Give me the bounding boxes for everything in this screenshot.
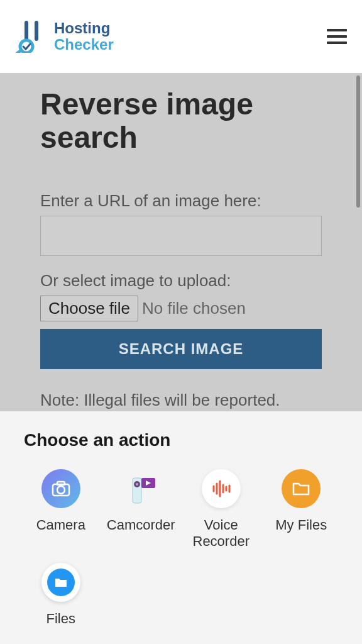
action-label: Voice Recorder <box>184 517 258 550</box>
logo-text-top: Hosting <box>54 20 114 36</box>
logo-text: Hosting Checker <box>54 20 114 53</box>
voice-recorder-icon <box>202 469 241 508</box>
action-item-files[interactable]: Files <box>24 563 98 627</box>
camcorder-icon <box>121 469 160 508</box>
file-status-text: No file chosen <box>142 299 246 318</box>
logo-text-bottom: Checker <box>54 36 114 53</box>
scroll-indicator <box>356 75 360 208</box>
my-files-icon <box>282 469 321 508</box>
url-input-label: Enter a URL of an image here: <box>40 191 322 211</box>
action-label: Files <box>47 611 75 627</box>
svg-point-6 <box>136 483 138 486</box>
action-item-camcorder[interactable]: Camcorder <box>104 469 178 550</box>
camera-icon <box>41 469 80 508</box>
hamburger-menu-icon[interactable] <box>327 29 347 44</box>
page-title: Reverse image search <box>40 88 322 155</box>
upload-label: Or select image to upload: <box>40 271 322 291</box>
logo[interactable]: Hosting Checker <box>15 20 114 53</box>
search-image-button[interactable]: SEARCH IMAGE <box>40 329 322 369</box>
action-sheet-grid: Camera Camcorder <box>24 469 338 627</box>
file-picker-row: Choose file No file chosen <box>40 296 322 321</box>
image-url-input[interactable] <box>40 216 322 256</box>
action-label: Camcorder <box>107 517 175 533</box>
action-item-my-files[interactable]: My Files <box>265 469 339 550</box>
action-label: Camera <box>36 517 85 533</box>
svg-rect-3 <box>57 482 65 485</box>
action-sheet: Choose an action Camera Camcorder <box>0 411 362 644</box>
page-content: Reverse image search Enter a URL of an i… <box>0 73 362 462</box>
logo-mark-icon <box>15 20 48 53</box>
files-icon <box>41 563 80 602</box>
app-header: Hosting Checker <box>0 0 362 73</box>
svg-point-2 <box>57 486 65 494</box>
note-line-1: Note: Illegal files will be reported. <box>40 388 322 413</box>
action-sheet-title: Choose an action <box>24 430 338 450</box>
action-label: My Files <box>275 517 327 533</box>
action-item-camera[interactable]: Camera <box>24 469 98 550</box>
action-item-voice-recorder[interactable]: Voice Recorder <box>184 469 258 550</box>
choose-file-button[interactable]: Choose file <box>40 296 138 321</box>
